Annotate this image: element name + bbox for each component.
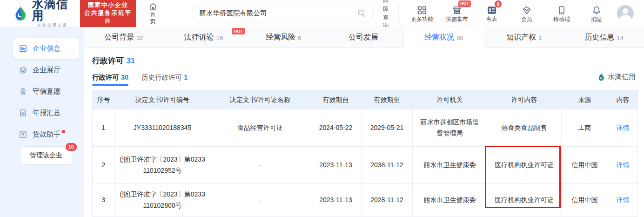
table-row-3: 3(浙)卫许准字〔2023〕第0233110102800号-2023-11-13… — [93, 184, 638, 217]
cell-cert_name: - — [210, 184, 310, 217]
search-icon[interactable] — [357, 9, 366, 18]
avatar-body — [619, 15, 631, 22]
main-panel: 公司背景32法律诉讼16HOT经营风险6公司发展经营状况98知识产权1历史信息1… — [84, 27, 644, 217]
nav-item-label: 移动端 — [550, 16, 573, 22]
section-count: 31 — [127, 57, 135, 65]
sidebar-item-label: 守信意愿 — [33, 87, 60, 96]
tab-count: 6 — [298, 34, 301, 41]
subtabs: 行政许可30历史行政许可1 — [92, 73, 201, 86]
waterdrop-icon — [597, 73, 605, 81]
cell-source: 信用中国 — [562, 147, 608, 184]
table-row-1: 1JY33311020188345食品经营许可证2024-05-222029-0… — [93, 109, 638, 147]
cell-valid_to: 2028-11-12 — [362, 184, 413, 217]
cell-doc_no: (浙)卫许准字〔2023〕第0233110102952号 — [115, 147, 210, 184]
gov-badge-line2: 公共服务示范平台 — [83, 9, 132, 25]
search-box[interactable] — [192, 5, 374, 22]
layers-icon — [19, 65, 28, 75]
detail-link[interactable]: 详情 — [617, 196, 630, 203]
subtab-label: 历史行政许可 — [141, 74, 182, 81]
nav-item-sheet[interactable]: 9客表 — [481, 4, 503, 22]
nav-item-label: 更多功能 — [411, 16, 433, 22]
advanced-query-button[interactable]: 高级 查询 — [380, 0, 391, 30]
grid-icon — [411, 4, 433, 15]
col-header-doc_no: 决定文书/许可编号 — [115, 91, 210, 109]
section-title: 行政许可31 — [92, 55, 637, 66]
sidebar: 企业信息企业展厅守信意愿年报汇总贷款助手 管理该企业 10 — [0, 27, 84, 217]
sidebar-item-5[interactable]: 贷款助手 — [13, 124, 79, 144]
subtab-count: 30 — [121, 74, 128, 81]
nav-item-bell[interactable]: 消息 — [585, 4, 608, 22]
content-area: 行政许可31 行政许可30历史行政许可1 水滴信用 序号决定文书/许可编号决定文… — [84, 48, 644, 217]
nav-item-member[interactable]: 会员 — [516, 4, 538, 22]
tab-count: 32 — [136, 34, 143, 41]
top-bar: 水滴信用 一企业信用专家一 国家中小企业 公共服务示范平台 首页 高级 查询 更… — [0, 0, 644, 27]
search-input[interactable] — [200, 10, 357, 17]
nav-item-grid[interactable]: 更多功能 — [411, 4, 433, 22]
nav-item-label: 供需集市 — [446, 16, 468, 22]
cell-valid_from: 2023-11-13 — [310, 147, 362, 184]
tab-count: 98 — [456, 34, 463, 41]
tab-2[interactable]: 法律诉讼16HOT — [164, 27, 244, 47]
col-header-source: 来源 — [562, 91, 608, 109]
tab-3[interactable]: 经营风险6 — [243, 27, 323, 47]
nav-item-market[interactable]: HOT供需集市 — [446, 4, 468, 22]
cell-no: 3 — [93, 184, 115, 217]
cell-permit_content: 热食类食品制售 — [487, 109, 562, 147]
tab-label: 法律诉讼 — [184, 33, 214, 42]
cell-no: 1 — [93, 109, 115, 147]
bell-icon — [585, 4, 608, 15]
cell-source: 信用中国 — [562, 184, 608, 217]
mobile-icon — [550, 4, 573, 15]
subtab-count: 1 — [184, 74, 188, 81]
nav-item-label: 客表 — [481, 16, 503, 22]
member-icon — [516, 4, 538, 15]
detail-link[interactable]: 详情 — [617, 124, 630, 131]
sidebar-item-2[interactable]: 企业展厅 — [13, 60, 79, 80]
cell-valid_to: 2029-05-21 — [362, 109, 413, 147]
tab-7[interactable]: 历史信息14 — [564, 27, 644, 47]
sidebar-item-1[interactable]: 企业信息 — [13, 38, 79, 59]
cell-doc_no: JY33311020188345 — [115, 109, 210, 147]
tab-label: 经营状况 — [424, 33, 454, 42]
tab-4[interactable]: 公司发展 — [323, 27, 403, 47]
col-header-no: 序号 — [93, 91, 115, 109]
user-avatar[interactable] — [617, 5, 634, 22]
sidebar-item-label: 企业展厅 — [33, 66, 60, 75]
tab-5[interactable]: 经营状况98 — [403, 27, 484, 48]
subtab-2[interactable]: 历史行政许可1 — [141, 73, 188, 86]
nav-item-mobile[interactable]: 移动端 — [550, 4, 573, 22]
page: 水滴信用 一企业信用专家一 国家中小企业 公共服务示范平台 首页 高级 查询 更… — [0, 0, 644, 217]
report-icon — [19, 108, 28, 117]
cell-detail: 详情 — [608, 147, 638, 184]
cell-detail: 详情 — [608, 109, 638, 147]
tab-1[interactable]: 公司背景32 — [84, 27, 164, 47]
col-header-authority: 许可机关 — [413, 91, 487, 109]
home-button[interactable]: 首页 — [148, 2, 158, 24]
detail-link[interactable]: 详情 — [617, 161, 630, 169]
medal-icon — [19, 87, 28, 96]
tab-6[interactable]: 知识产权1 — [484, 27, 564, 47]
doc-card-icon — [19, 44, 28, 53]
sidebar-item-4[interactable]: 年报汇总 — [13, 102, 79, 123]
tab-bar: 公司背景32法律诉讼16HOT经营风险6公司发展经营状况98知识产权1历史信息1… — [84, 27, 644, 48]
tab-count: 14 — [617, 34, 623, 41]
cell-cert_name: 食品经营许可证 — [210, 109, 310, 147]
subtab-label: 行政许可 — [92, 74, 119, 81]
sidebar-item-3[interactable]: 守信意愿 — [13, 81, 79, 102]
tab-label: 经营风险 — [266, 33, 295, 42]
subtab-1[interactable]: 行政许可30 — [92, 73, 128, 86]
cell-authority: 丽水市卫生健康委 — [413, 147, 487, 184]
tab-label: 公司发展 — [349, 33, 378, 42]
top-nav: 更多功能HOT供需集市9客表会员移动端消息 — [398, 4, 608, 23]
waterdrop-icon — [13, 5, 28, 22]
subtab-row: 行政许可30历史行政许可1 水滴信用 — [92, 74, 637, 86]
brand-logo[interactable]: 水滴信用 一企业信用专家一 — [13, 0, 75, 28]
manage-company-button[interactable]: 管理该企业 10 — [20, 146, 72, 165]
tab-label: 公司背景 — [104, 33, 134, 42]
hot-badge: HOT — [458, 0, 471, 7]
gov-badge-line1: 国家中小企业 — [83, 1, 132, 9]
cell-source: 工商 — [562, 109, 608, 147]
col-header-detail: 内容 — [608, 91, 638, 109]
cell-authority: 丽水市莲都区市场监督管理局 — [413, 109, 487, 147]
home-icon — [148, 2, 158, 11]
